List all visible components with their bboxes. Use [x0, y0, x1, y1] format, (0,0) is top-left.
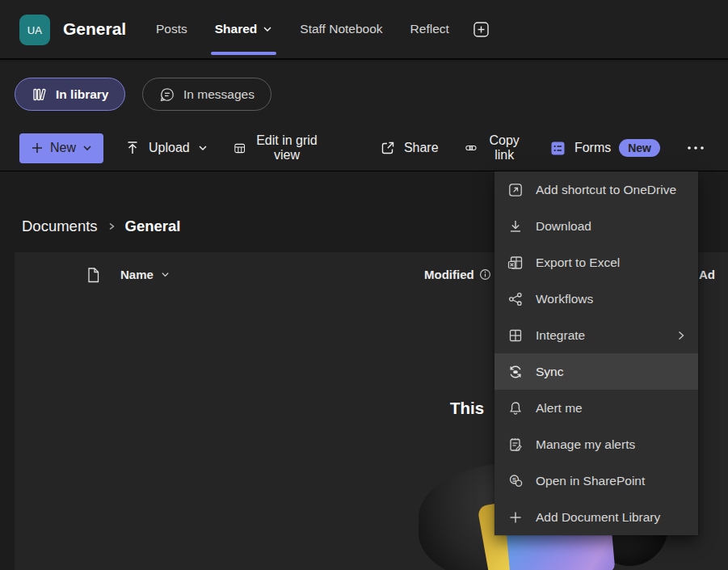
- channel-header: UA General Posts Shared Staff Notebook R…: [0, 0, 728, 60]
- chevron-down-icon: [198, 143, 208, 153]
- menu-item-workflows[interactable]: Workflows: [494, 281, 698, 317]
- document-icon: [86, 267, 101, 284]
- bell-icon: [507, 400, 524, 416]
- svg-text:S: S: [512, 475, 516, 483]
- copy-link-button[interactable]: Copy link: [461, 132, 527, 164]
- share-button[interactable]: Share: [377, 132, 442, 164]
- info-icon: [479, 268, 491, 281]
- menu-item-label: Open in SharePoint: [536, 474, 645, 488]
- menu-item-label: Export to Excel: [536, 255, 620, 270]
- menu-item-label: Add shortcut to OneDrive: [536, 183, 676, 197]
- tab-shared[interactable]: Shared: [201, 0, 287, 58]
- new-button-label: New: [50, 141, 76, 155]
- filter-in-messages[interactable]: In messages: [142, 78, 271, 111]
- integrate-icon: [507, 327, 524, 344]
- plus-icon: [507, 509, 524, 526]
- chevron-down-icon: [161, 270, 170, 279]
- column-header-modified[interactable]: Modified: [424, 268, 491, 281]
- filter-in-library[interactable]: In library: [15, 78, 125, 111]
- channel-title: General: [63, 0, 126, 58]
- upload-button[interactable]: Upload: [121, 132, 211, 164]
- excel-icon: [507, 255, 524, 271]
- teams-window: UA General Posts Shared Staff Notebook R…: [0, 0, 728, 570]
- menu-item-label: Integrate: [536, 328, 585, 343]
- menu-item-label: Sync: [536, 365, 563, 379]
- chevron-down-icon: [263, 24, 272, 34]
- column-modified-label: Modified: [424, 268, 474, 281]
- tab-staff-notebook[interactable]: Staff Notebook: [286, 0, 396, 58]
- share-button-label: Share: [404, 141, 439, 155]
- column-name-label: Name: [120, 268, 154, 281]
- upload-icon: [124, 140, 141, 156]
- breadcrumb-separator-icon: [107, 222, 116, 231]
- files-filter-bar: In library In messages: [0, 61, 728, 125]
- manage-alerts-icon: [507, 437, 524, 453]
- download-icon: [507, 218, 524, 234]
- menu-item-manage-my-alerts[interactable]: Manage my alerts: [494, 426, 698, 462]
- channel-tabs: Posts Shared Staff Notebook Reflect: [142, 0, 494, 58]
- chat-bubble-icon: [159, 87, 175, 103]
- filter-in-messages-label: In messages: [183, 87, 255, 102]
- menu-item-label: Download: [536, 219, 591, 234]
- library-context-menu: Add shortcut to OneDrive Download Export…: [494, 171, 698, 535]
- edit-grid-view-button[interactable]: Edit in grid view: [230, 132, 323, 164]
- menu-item-add-document-library[interactable]: Add Document Library: [494, 499, 698, 535]
- tab-selected-indicator: [211, 52, 277, 55]
- menu-item-open-in-sharepoint[interactable]: S Open in SharePoint: [494, 462, 698, 499]
- menu-item-label: Workflows: [536, 292, 593, 306]
- tab-posts-label: Posts: [156, 22, 187, 36]
- breadcrumb-documents[interactable]: Documents: [22, 217, 98, 235]
- library-icon: [32, 87, 48, 103]
- menu-item-alert-me[interactable]: Alert me: [494, 390, 698, 426]
- share-icon: [380, 140, 396, 156]
- command-toolbar: New Upload Edit in grid view Share Copy …: [0, 125, 728, 171]
- add-tab-icon: [473, 21, 490, 38]
- more-ellipsis-icon: [686, 145, 705, 151]
- tab-staff-notebook-label: Staff Notebook: [300, 22, 382, 36]
- menu-item-export-to-excel[interactable]: Export to Excel: [494, 244, 698, 281]
- workflows-icon: [507, 291, 524, 307]
- edit-grid-view-label: Edit in grid view: [254, 133, 320, 163]
- submenu-chevron-right-icon: [677, 330, 685, 341]
- add-shortcut-icon: [507, 182, 524, 198]
- forms-button-label: Forms: [574, 141, 611, 155]
- add-column-label: Ad: [699, 268, 715, 281]
- copy-link-label: Copy link: [485, 133, 523, 163]
- channel-avatar: UA: [19, 15, 50, 45]
- menu-item-label: Alert me: [536, 401, 583, 416]
- upload-button-label: Upload: [149, 141, 190, 155]
- forms-button[interactable]: Forms New: [546, 132, 663, 164]
- menu-item-label: Manage my alerts: [536, 437, 635, 452]
- filter-in-library-label: In library: [56, 87, 108, 102]
- tab-posts[interactable]: Posts: [142, 0, 201, 58]
- menu-item-label: Add Document Library: [536, 510, 660, 525]
- menu-item-add-shortcut-onedrive[interactable]: Add shortcut to OneDrive: [494, 171, 698, 208]
- add-tab-button[interactable]: [468, 21, 494, 38]
- tab-reflect-label: Reflect: [410, 22, 449, 36]
- chevron-down-icon: [82, 143, 92, 153]
- link-icon: [465, 139, 478, 157]
- grid-view-icon: [234, 140, 246, 157]
- sharepoint-icon: S: [507, 473, 524, 489]
- more-options-button[interactable]: [683, 132, 709, 164]
- forms-icon: [549, 140, 566, 157]
- column-header-name[interactable]: Name: [120, 268, 170, 281]
- breadcrumb: Documents General: [22, 217, 180, 235]
- menu-item-sync[interactable]: Sync: [494, 353, 698, 390]
- menu-item-download[interactable]: Download: [494, 208, 698, 244]
- menu-item-integrate[interactable]: Integrate: [494, 317, 698, 353]
- tab-reflect[interactable]: Reflect: [397, 0, 463, 58]
- tab-shared-label: Shared: [215, 22, 258, 36]
- plus-icon: [31, 141, 44, 154]
- new-button[interactable]: New: [19, 133, 103, 163]
- empty-folder-text: This: [450, 399, 484, 418]
- breadcrumb-current: General: [125, 217, 181, 235]
- forms-new-badge: New: [619, 139, 660, 157]
- sync-icon: [507, 364, 524, 380]
